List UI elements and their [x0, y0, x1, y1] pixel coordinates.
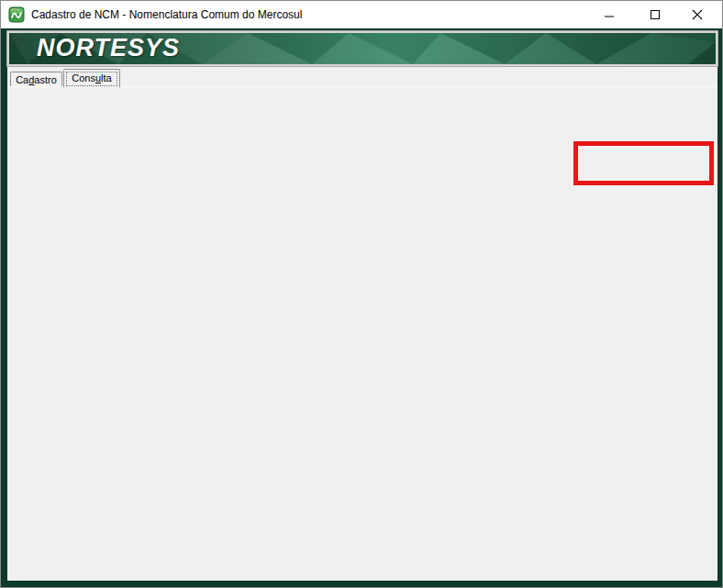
app-icon — [8, 6, 25, 23]
close-button[interactable] — [682, 1, 713, 28]
minimize-icon — [604, 9, 615, 20]
brand-logo-text: NORTESYS — [37, 34, 180, 62]
app-window: Cadastro de NCM - Nomenclatura Comum do … — [0, 0, 723, 588]
maximize-icon — [650, 9, 661, 20]
window-title: Cadastro de NCM - Nomenclatura Comum do … — [31, 1, 302, 28]
tab-page-consulta — [7, 86, 717, 581]
tab-consulta[interactable]: Consulta — [63, 69, 120, 87]
close-icon — [692, 9, 703, 20]
brand-banner: NORTESYS — [7, 31, 717, 66]
titlebar: Cadastro de NCM - Nomenclatura Comum do … — [1, 1, 723, 28]
tab-cadastro[interactable]: Cadastro — [10, 72, 62, 87]
maximize-button[interactable] — [640, 1, 671, 28]
minimize-button[interactable] — [594, 1, 625, 28]
